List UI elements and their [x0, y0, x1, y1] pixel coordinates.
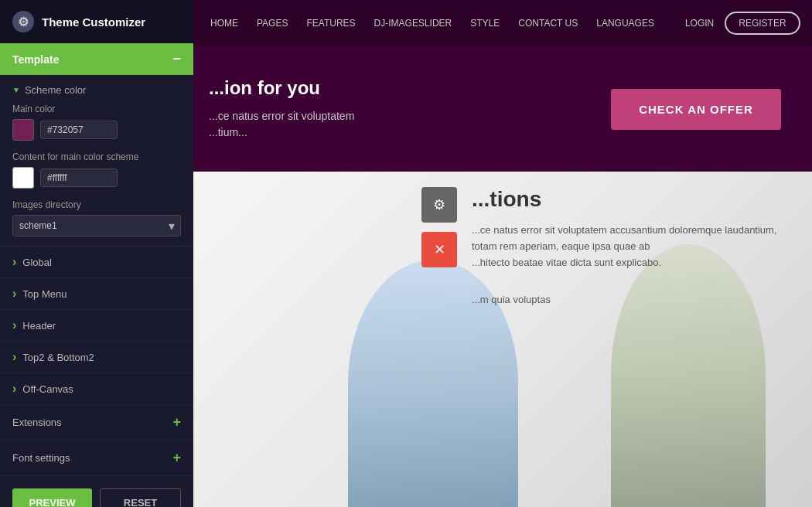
sidebar-item-top2bottom2[interactable]: Top2 & Bottom2: [0, 342, 193, 373]
sidebar-item-global[interactable]: Global: [0, 247, 193, 278]
main-content: HOME PAGES FEATURES DJ-IMAGESLIDER STYLE…: [193, 0, 812, 507]
lower-title: ...tions: [472, 187, 797, 212]
sidebar: ⚙ Theme Customizer Template − Scheme col…: [0, 0, 193, 507]
lower-body: ...ce natus error sit voluptatem accusan…: [472, 223, 797, 271]
nav-register-button[interactable]: REGISTER: [725, 12, 800, 35]
font-settings-expand-icon: +: [172, 450, 181, 466]
content-color-input[interactable]: [40, 168, 118, 187]
check-offer-button[interactable]: CHECK AN OFFER: [611, 89, 781, 130]
main-color-swatch[interactable]: [12, 119, 34, 141]
reset-button[interactable]: RESET: [100, 488, 181, 507]
lower-section: ⚙ ✕ ...tions ...ce natus error sit volup…: [193, 172, 812, 507]
main-color-input[interactable]: [40, 121, 118, 139]
hero-section: ...ion for you ...ce natus error sit vol…: [193, 46, 812, 172]
images-dir-wrapper: scheme1 scheme2 scheme3: [12, 215, 181, 236]
header-label: Header: [22, 320, 56, 332]
preview-button[interactable]: PREVIEW: [12, 488, 92, 507]
main-color-label: Main color: [12, 104, 181, 114]
images-dir-select[interactable]: scheme1 scheme2 scheme3: [12, 215, 181, 236]
nav-features[interactable]: FEATURES: [299, 12, 363, 35]
content-color-field: [12, 167, 181, 189]
nav-contact-us[interactable]: CONTACT US: [510, 12, 585, 35]
content-color-label: Content for main color scheme: [12, 151, 181, 162]
nav-style[interactable]: STYLE: [462, 12, 507, 35]
extensions-label: Extensions: [12, 417, 62, 428]
hero-title: ...ion for you: [209, 77, 580, 99]
sidebar-header: ⚙ Theme Customizer: [0, 0, 193, 43]
hero-text: ...ion for you ...ce natus error sit vol…: [209, 77, 580, 141]
nav-languages[interactable]: LANGUAGES: [589, 12, 662, 35]
float-gear-button[interactable]: ⚙: [421, 187, 457, 223]
sidebar-item-top-menu[interactable]: Top Menu: [0, 278, 193, 310]
sidebar-title: Theme Customizer: [42, 15, 145, 29]
float-close-button[interactable]: ✕: [421, 232, 457, 267]
font-settings-label: Font settings: [12, 452, 70, 464]
sidebar-item-off-canvas[interactable]: Off-Canvas: [0, 373, 193, 405]
template-section[interactable]: Template −: [0, 43, 193, 75]
float-close-icon: ✕: [434, 241, 445, 258]
global-label: Global: [22, 257, 52, 268]
hamburger-icon[interactable]: ≡: [808, 12, 812, 36]
gear-icon: ⚙: [12, 11, 34, 32]
main-color-field: [12, 119, 181, 141]
off-canvas-label: Off-Canvas: [22, 383, 73, 395]
images-dir-label: Images directory: [12, 199, 181, 210]
nav-pages[interactable]: PAGES: [249, 12, 295, 35]
extensions-expand-icon: +: [172, 414, 181, 430]
collapse-icon: −: [172, 51, 181, 67]
top-menu-label: Top Menu: [22, 288, 67, 300]
lower-content: ...tions ...ce natus error sit voluptate…: [193, 172, 812, 507]
template-label: Template: [12, 53, 59, 66]
sidebar-item-header[interactable]: Header: [0, 310, 193, 342]
nav-home[interactable]: HOME: [203, 12, 246, 35]
sidebar-bottom-buttons: PREVIEW RESET: [0, 476, 193, 507]
hero-subtitle: ...ce natus error sit voluptatem...tium.…: [209, 108, 580, 141]
extensions-section[interactable]: Extensions +: [0, 405, 193, 441]
lower-extra: ...m quia voluptas: [472, 294, 797, 305]
nav-login[interactable]: LOGIN: [677, 12, 722, 35]
font-settings-section[interactable]: Font settings +: [0, 441, 193, 476]
content-color-swatch[interactable]: [12, 167, 34, 189]
float-gear-icon: ⚙: [433, 196, 445, 213]
top-nav: HOME PAGES FEATURES DJ-IMAGESLIDER STYLE…: [193, 0, 812, 46]
nav-djimageslider[interactable]: DJ-IMAGESLIDER: [367, 12, 460, 35]
scheme-color-group: Scheme color Main color Content for main…: [0, 75, 193, 247]
scheme-color-title[interactable]: Scheme color: [12, 84, 181, 96]
top2bottom2-label: Top2 & Bottom2: [22, 352, 94, 363]
